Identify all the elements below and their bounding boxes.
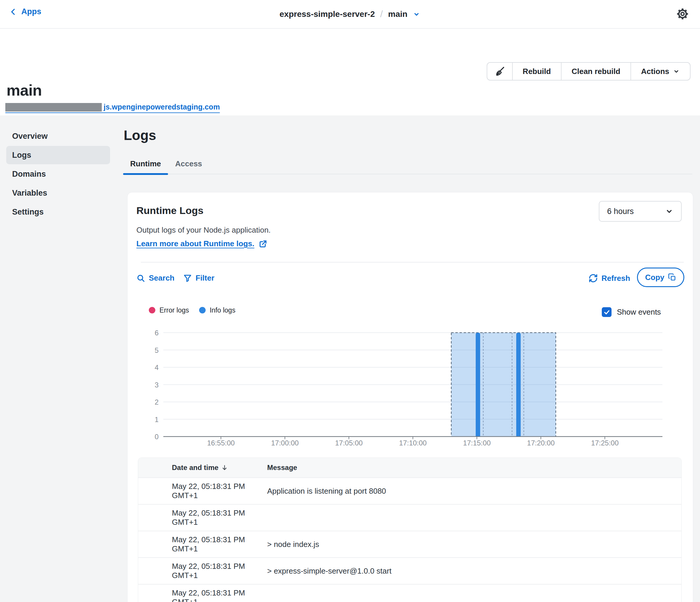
svg-text:17:25:00: 17:25:00 — [591, 439, 619, 447]
log-message: Application is listening at port 8080 — [257, 487, 386, 496]
refresh-button[interactable]: Refresh — [589, 273, 630, 283]
runtime-logs-description: Output logs of your Node.js application. — [136, 225, 271, 235]
time-range-value: 6 hours — [607, 207, 634, 216]
filter-button[interactable]: Filter — [183, 273, 215, 283]
external-link-icon — [258, 239, 268, 248]
show-events-toggle[interactable]: Show events — [602, 307, 661, 317]
copy-button[interactable]: Copy — [637, 268, 684, 287]
show-events-label: Show events — [617, 308, 661, 317]
svg-text:17:00:00: 17:00:00 — [271, 439, 299, 447]
search-icon — [136, 274, 145, 283]
log-message: > node index.js — [257, 540, 319, 549]
copy-label: Copy — [645, 273, 665, 282]
back-label: Apps — [21, 7, 42, 16]
sort-descending-icon — [221, 464, 228, 471]
runtime-logs-card: Runtime Logs 6 hours Output logs of your… — [127, 192, 693, 602]
copy-icon — [668, 273, 676, 282]
column-header-message: Message — [257, 463, 297, 472]
sidebar-item-variables[interactable]: Variables — [6, 184, 110, 202]
logs-tabbar: Runtime Access — [123, 156, 692, 174]
refresh-icon — [589, 273, 598, 283]
breadcrumb: express-simple-server-2 / main — [280, 0, 420, 28]
legend-error-logs: Error logs — [149, 306, 189, 314]
settings-gear-button[interactable] — [676, 7, 689, 21]
svg-text:3: 3 — [155, 381, 158, 389]
breadcrumb-app-name[interactable]: express-simple-server-2 — [280, 9, 375, 19]
log-row[interactable]: May 22, 05:18:31 PM GMT+1 > node index.j… — [138, 531, 681, 557]
sidebar-item-domains[interactable]: Domains — [6, 165, 110, 183]
log-row[interactable]: May 22, 05:18:31 PM GMT+1 > express-simp… — [138, 557, 681, 584]
learn-more-link[interactable]: Learn more about Runtime logs. — [136, 239, 268, 248]
logs-table-header: Date and time Message — [138, 458, 681, 477]
tab-access[interactable]: Access — [168, 156, 209, 174]
log-date: May 22, 05:18:31 PM GMT+1 — [138, 562, 257, 580]
sidebar-item-overview[interactable]: Overview — [6, 127, 110, 145]
legend-label: Error logs — [159, 306, 189, 314]
environment-actions-group: Rebuild Clean rebuild Actions — [487, 62, 691, 80]
environment-header: main js.wpenginepoweredstaging.com Rebui… — [0, 29, 700, 115]
tab-runtime[interactable]: Runtime — [123, 156, 168, 174]
top-bar: Apps express-simple-server-2 / main — [0, 0, 700, 29]
log-date: May 22, 05:18:31 PM GMT+1 — [138, 482, 257, 500]
svg-text:6: 6 — [155, 329, 158, 337]
runtime-logs-chart[interactable]: 012345616:55:0017:00:0017:05:0017:10:001… — [136, 326, 682, 451]
log-date: May 22, 05:18:31 PM GMT+1 — [138, 588, 257, 602]
time-range-select[interactable]: 6 hours — [599, 201, 682, 222]
log-date: May 22, 05:18:31 PM GMT+1 — [138, 535, 257, 553]
clear-cache-button[interactable] — [487, 63, 513, 80]
log-row[interactable]: May 22, 05:18:31 PM GMT+1 — [138, 504, 681, 531]
actions-menu-button[interactable]: Actions — [631, 63, 690, 80]
svg-text:16:55:00: 16:55:00 — [207, 439, 234, 447]
clean-rebuild-button[interactable]: Clean rebuild — [561, 63, 631, 80]
sidebar-item-label: Domains — [12, 170, 46, 179]
back-to-apps-link[interactable]: Apps — [9, 7, 42, 16]
breadcrumb-separator: / — [380, 8, 383, 20]
svg-text:17:05:00: 17:05:00 — [335, 439, 363, 447]
svg-text:0: 0 — [155, 433, 158, 441]
filter-label: Filter — [196, 273, 215, 283]
chevron-down-icon — [413, 10, 420, 18]
search-label: Search — [149, 273, 175, 283]
search-button[interactable]: Search — [136, 273, 175, 283]
learn-more-label: Learn more about Runtime logs. — [136, 239, 254, 248]
actions-label: Actions — [641, 67, 669, 76]
svg-text:1: 1 — [155, 415, 158, 424]
refresh-label: Refresh — [601, 274, 630, 283]
filter-funnel-icon — [183, 274, 192, 283]
log-row[interactable]: May 22, 05:18:31 PM GMT+1 Application is… — [138, 477, 681, 504]
env-dropdown-trigger[interactable] — [413, 10, 420, 18]
sidebar-nav: Overview Logs Domains Variables Settings — [6, 127, 110, 222]
sidebar-item-settings[interactable]: Settings — [6, 203, 110, 221]
date-column-label: Date and time — [172, 463, 218, 472]
logs-toolbar: Search Filter Refresh — [136, 270, 684, 288]
breadcrumb-env-name[interactable]: main — [388, 9, 407, 19]
rebuild-button[interactable]: Rebuild — [513, 63, 561, 80]
chevron-down-icon — [665, 207, 673, 215]
chevron-down-icon — [673, 68, 680, 75]
sidebar-item-label: Logs — [12, 151, 31, 160]
svg-text:17:10:00: 17:10:00 — [399, 439, 427, 447]
column-header-date[interactable]: Date and time — [138, 463, 257, 472]
svg-text:17:20:00: 17:20:00 — [527, 439, 554, 447]
svg-text:17:15:00: 17:15:00 — [463, 439, 491, 447]
logs-table: Date and time Message May 22, 05:18:31 P… — [138, 458, 682, 602]
info-logs-dot — [199, 307, 206, 313]
legend-label: Info logs — [210, 306, 235, 314]
svg-text:2: 2 — [155, 398, 158, 406]
log-date: May 22, 05:18:31 PM GMT+1 — [138, 508, 257, 527]
chevron-left-icon — [9, 8, 17, 16]
redaction-box — [5, 103, 102, 112]
log-row[interactable]: May 22, 05:18:31 PM GMT+1 — [138, 584, 681, 602]
error-logs-dot — [149, 307, 155, 313]
gear-icon — [676, 8, 689, 20]
runtime-logs-title: Runtime Logs — [136, 205, 204, 216]
rebuild-label: Rebuild — [523, 67, 551, 76]
card-divider — [141, 262, 684, 263]
show-events-checkbox[interactable] — [602, 307, 611, 317]
sidebar-item-label: Settings — [12, 208, 44, 217]
sidebar-item-label: Overview — [12, 132, 48, 141]
broom-icon — [494, 66, 505, 77]
sidebar-item-label: Variables — [12, 189, 47, 198]
check-icon — [603, 309, 610, 316]
sidebar-item-logs[interactable]: Logs — [6, 146, 110, 164]
